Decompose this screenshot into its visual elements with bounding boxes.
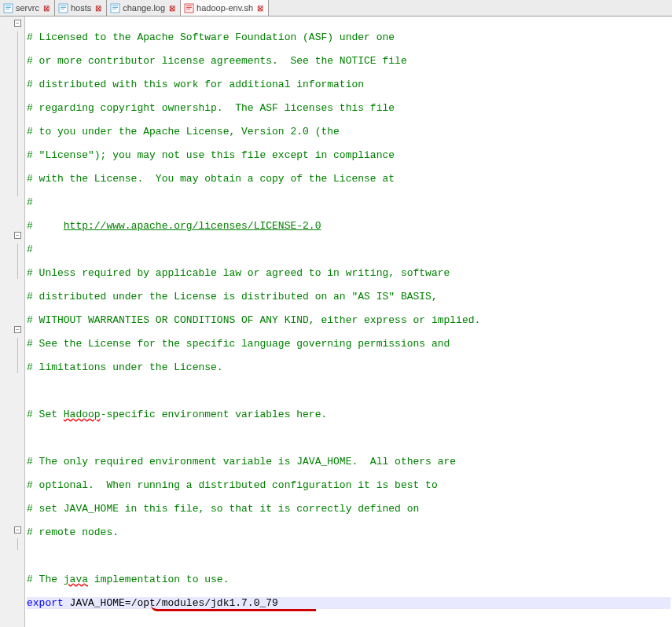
- code-text: implementation to use.: [88, 574, 229, 585]
- tab-label: hosts: [71, 3, 91, 13]
- svg-rect-8: [111, 4, 119, 13]
- code-text: # Set: [27, 409, 64, 420]
- file-icon: [110, 3, 120, 13]
- spell-err: Hadoop: [64, 409, 101, 420]
- tab-bar: servrc ⊠ hosts ⊠ change.log ⊠ hadoop-env…: [0, 0, 672, 16]
- keyword: export: [27, 597, 64, 609]
- file-icon: [184, 3, 194, 13]
- tab-servrc[interactable]: servrc ⊠: [0, 0, 55, 16]
- tab-label: hadoop-env.sh: [196, 3, 253, 13]
- svg-rect-7: [61, 9, 64, 9]
- close-icon[interactable]: ⊠: [255, 4, 265, 13]
- code-text: # with the License. You may obtain a cop…: [27, 173, 395, 185]
- code-text: # to you under the Apache License, Versi…: [27, 126, 340, 138]
- spell-err: java: [64, 574, 88, 585]
- svg-rect-14: [186, 7, 192, 8]
- gutter: − − −: [0, 16, 25, 627]
- code-text: # "License"); you may not use this file …: [27, 149, 395, 161]
- code-text: # Licensed to the Apache Software Founda…: [27, 31, 395, 43]
- file-icon: [3, 3, 13, 13]
- highlighted-line: export JAVA_HOME=/opt/modules/jdk1.7.0_7…: [27, 597, 670, 609]
- license-url: http://www.apache.org/licenses/LICENSE-2…: [64, 220, 321, 232]
- code-text: # The only required environment variable…: [27, 456, 456, 468]
- code-text: # remote nodes.: [27, 526, 119, 538]
- code-text: # The: [27, 574, 64, 585]
- code-text: # limitations under the License.: [27, 361, 223, 373]
- var-name: JAVA_HOME: [64, 597, 125, 609]
- svg-rect-0: [4, 4, 13, 13]
- code-text: # See the License for the specific langu…: [27, 338, 450, 350]
- tab-label: change.log: [123, 3, 165, 13]
- code-text: # WITHOUT WARRANTIES OR CONDITIONS OF AN…: [27, 314, 480, 326]
- code-text: # or more contributor license agreements…: [27, 55, 407, 67]
- code-text: #: [27, 220, 64, 232]
- fold-marker[interactable]: −: [14, 526, 21, 534]
- file-icon: [58, 3, 68, 13]
- code-text: # set JAVA_HOME in this file, so that it…: [27, 503, 419, 515]
- fold-marker[interactable]: −: [14, 326, 21, 333]
- code-text: #: [27, 196, 33, 208]
- code-text: # distributed under the License is distr…: [27, 291, 438, 302]
- tab-hadoop-env[interactable]: hadoop-env.sh ⊠: [181, 0, 269, 16]
- red-annotation: [151, 605, 316, 611]
- svg-rect-2: [6, 7, 11, 8]
- code-content[interactable]: # Licensed to the Apache Software Founda…: [25, 16, 672, 627]
- code-text: #: [27, 244, 33, 255]
- tab-hosts[interactable]: hosts ⊠: [55, 0, 107, 16]
- svg-rect-5: [61, 6, 66, 6]
- svg-rect-10: [112, 7, 118, 8]
- editor-area: − − −: [0, 16, 672, 627]
- code-text: # regarding copyright ownership. The ASF…: [27, 102, 395, 114]
- code-text: # optional. When running a distributed c…: [27, 479, 438, 491]
- close-icon[interactable]: ⊠: [94, 4, 103, 13]
- code-text: -specific environment variables here.: [101, 409, 328, 420]
- svg-rect-3: [6, 9, 9, 9]
- svg-rect-4: [59, 4, 68, 13]
- close-icon[interactable]: ⊠: [167, 4, 177, 13]
- svg-rect-13: [186, 6, 192, 6]
- fold-marker[interactable]: −: [14, 232, 21, 239]
- svg-rect-6: [61, 7, 66, 8]
- svg-rect-12: [185, 4, 193, 13]
- tab-change-log[interactable]: change.log ⊠: [107, 0, 181, 16]
- svg-rect-9: [112, 6, 118, 6]
- code-text: # Unless required by applicable law or a…: [27, 267, 450, 279]
- tab-label: servrc: [16, 3, 39, 13]
- svg-rect-11: [112, 9, 116, 9]
- svg-rect-15: [186, 9, 190, 9]
- svg-rect-1: [6, 6, 11, 6]
- close-icon[interactable]: ⊠: [42, 4, 51, 13]
- fold-marker[interactable]: −: [14, 20, 21, 27]
- code-text: # distributed with this work for additio…: [27, 79, 364, 90]
